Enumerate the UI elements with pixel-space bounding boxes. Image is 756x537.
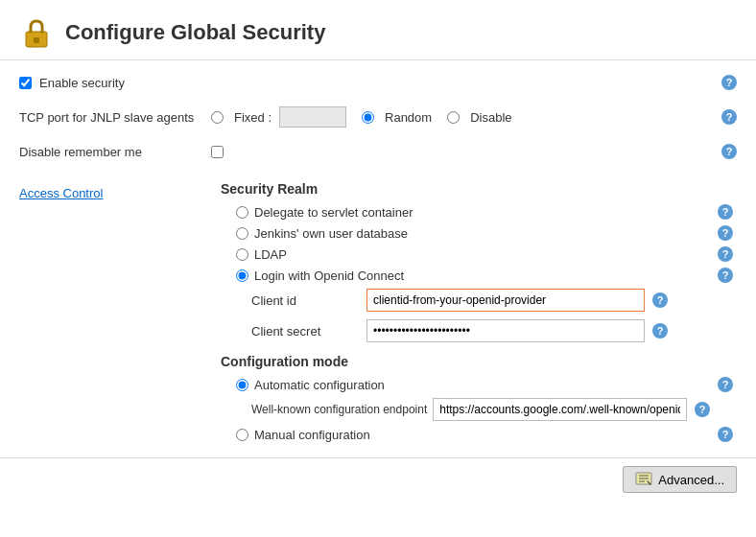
disable-remember-control: [211, 146, 721, 158]
tcp-port-help-icon[interactable]: ?: [721, 109, 737, 125]
disable-remember-help-icon[interactable]: ?: [721, 144, 737, 159]
enable-security-label: Enable security: [39, 76, 125, 90]
realm-ldap-row: LDAP ?: [221, 246, 737, 262]
realm-jenkins-db-label: Jenkins' own user database: [254, 226, 408, 241]
config-automatic-label: Automatic configuration: [254, 378, 385, 392]
realm-delegate-row: Delegate to servlet container ?: [221, 204, 737, 220]
realm-delegate-label: Delegate to servlet container: [254, 205, 413, 220]
config-manual-help-icon[interactable]: ?: [718, 427, 733, 442]
client-id-help-icon[interactable]: ?: [652, 292, 668, 308]
security-realm-section: Security Realm: [221, 181, 737, 197]
tcp-port-row: TCP port for JNLP slave agents Fixed : R…: [19, 105, 737, 129]
config-manual-row: Manual configuration ?: [221, 427, 737, 442]
tcp-port-radio-group: Fixed : Random Disable: [211, 106, 512, 128]
client-secret-help-icon[interactable]: ?: [652, 323, 668, 339]
config-mode-section: Configuration mode: [221, 354, 737, 369]
disable-remember-checkbox[interactable]: [211, 146, 224, 158]
tcp-fixed-radio[interactable]: [211, 111, 224, 124]
security-realm-title: Security Realm: [221, 181, 318, 197]
tcp-disable-label: Disable: [470, 110, 511, 125]
realm-jenkins-db-help-icon[interactable]: ?: [718, 225, 733, 241]
left-nav: Access Control: [19, 174, 211, 448]
config-mode-title: Configuration mode: [221, 354, 348, 369]
config-automatic-row: Automatic configuration ?: [221, 377, 737, 392]
tcp-random-radio[interactable]: [362, 111, 374, 124]
enable-security-row: Enable security ?: [19, 70, 737, 95]
tcp-port-label: TCP port for JNLP slave agents: [19, 110, 211, 125]
realm-jenkins-db-row: Jenkins' own user database ?: [221, 225, 737, 241]
config-manual-label: Manual configuration: [254, 428, 370, 442]
config-automatic-help-icon[interactable]: ?: [718, 377, 733, 392]
tcp-random-label: Random: [385, 110, 432, 125]
client-id-input[interactable]: [366, 289, 645, 312]
advanced-button[interactable]: Advanced...: [623, 466, 737, 493]
disable-remember-row: Disable remember me ?: [19, 139, 737, 164]
page-title: Configure Global Security: [65, 20, 325, 45]
disable-remember-label: Disable remember me: [19, 145, 211, 159]
realm-jenkins-db-radio[interactable]: [236, 227, 248, 240]
realm-openid-help-icon[interactable]: ?: [718, 268, 733, 283]
main-content: Access Control Security Realm Delegate t…: [0, 174, 756, 448]
client-id-label: Client id: [251, 293, 366, 308]
realm-delegate-help-icon[interactable]: ?: [718, 204, 733, 220]
client-secret-label: Client secret: [251, 324, 366, 339]
realm-openid-radio[interactable]: [236, 269, 248, 282]
realm-openid-row: Login with Openid Connect ?: [221, 268, 737, 283]
tcp-port-controls: Fixed : Random Disable: [211, 106, 721, 128]
lock-icon: [19, 15, 54, 50]
config-manual-radio[interactable]: [236, 429, 248, 441]
enable-security-help-icon[interactable]: ?: [721, 75, 737, 90]
well-known-help-icon[interactable]: ?: [695, 402, 710, 417]
tcp-disable-radio[interactable]: [447, 111, 460, 124]
client-id-row: Client id ?: [221, 289, 737, 312]
access-control-nav[interactable]: Access Control: [19, 183, 211, 203]
page: Configure Global Security Enable securit…: [0, 0, 756, 537]
advanced-button-label: Advanced...: [658, 473, 724, 487]
top-rows: Enable security ? TCP port for JNLP slav…: [0, 70, 756, 164]
realm-ldap-help-icon[interactable]: ?: [718, 246, 733, 262]
tcp-fixed-label: Fixed :: [234, 110, 272, 125]
client-secret-input[interactable]: [366, 319, 645, 342]
enable-security-checkbox[interactable]: [19, 77, 32, 89]
realm-openid-label: Login with Openid Connect: [254, 268, 404, 283]
enable-security-control: Enable security: [19, 76, 125, 90]
advanced-icon: [635, 472, 652, 487]
realm-ldap-label: LDAP: [254, 247, 287, 262]
svg-rect-1: [34, 37, 39, 43]
right-content: Security Realm Delegate to servlet conta…: [211, 174, 737, 448]
config-automatic-radio[interactable]: [236, 379, 248, 391]
realm-delegate-radio[interactable]: [236, 206, 248, 219]
well-known-row: Well-known configuration endpoint ?: [221, 398, 737, 421]
client-secret-row: Client secret ?: [221, 319, 737, 342]
advanced-bar: Advanced...: [0, 457, 756, 502]
page-header: Configure Global Security: [0, 0, 756, 60]
realm-ldap-radio[interactable]: [236, 248, 248, 261]
tcp-fixed-input[interactable]: [279, 106, 346, 128]
well-known-input[interactable]: [433, 398, 687, 421]
well-known-label: Well-known configuration endpoint: [251, 403, 427, 416]
